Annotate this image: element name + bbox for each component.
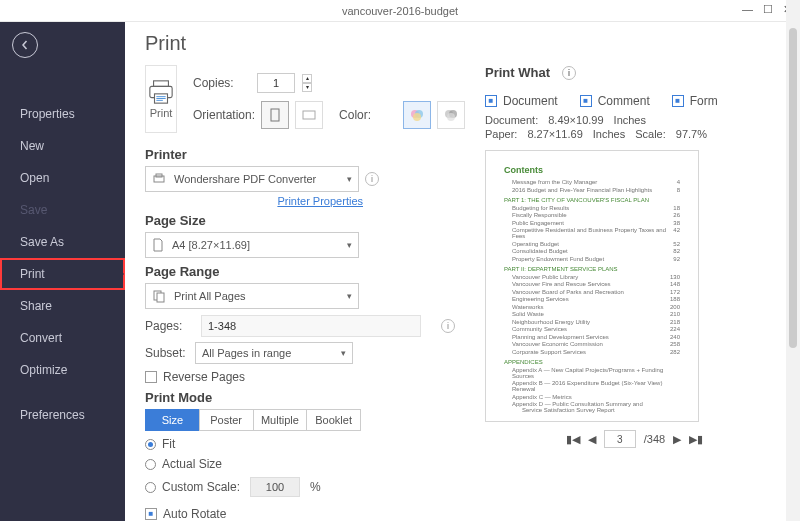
preview-section-2: PART II: DEPARTMENT SERVICE PLANS	[504, 266, 680, 272]
page-range-header: Page Range	[145, 264, 455, 279]
sidebar-item-open[interactable]: Open	[0, 162, 125, 194]
custom-scale-label: Custom Scale:	[162, 480, 240, 494]
pager-prev[interactable]: ◀	[588, 433, 596, 446]
pages-icon	[152, 289, 166, 303]
doc-dim-label: Document:	[485, 114, 538, 126]
svg-rect-17	[157, 293, 164, 302]
sidebar-item-properties[interactable]: Properties	[0, 98, 125, 130]
back-button[interactable]	[12, 32, 38, 58]
info-icon[interactable]: i	[441, 319, 455, 333]
print-what-header: Print What	[485, 65, 550, 80]
caret-down-icon: ▾	[347, 174, 352, 184]
info-icon[interactable]: i	[562, 66, 576, 80]
auto-rotate-label: Auto Rotate	[163, 507, 226, 521]
preview-section-3: APPENDICES	[504, 359, 680, 365]
sidebar-item-save: Save	[0, 194, 125, 226]
copies-label: Copies:	[193, 76, 251, 90]
print-document-checkbox[interactable]	[485, 95, 497, 107]
custom-scale-input[interactable]: 100	[250, 477, 300, 497]
caret-down-icon: ▾	[347, 240, 352, 250]
print-mode-segment: Size Poster Multiple Booklet	[145, 409, 361, 431]
copies-up[interactable]: ▴	[302, 74, 312, 83]
orientation-portrait[interactable]	[261, 101, 289, 129]
printer-header: Printer	[145, 147, 455, 162]
color-mode-grayscale[interactable]	[437, 101, 465, 129]
window-title: vancouver-2016-budget	[342, 5, 458, 17]
printer-small-icon	[152, 172, 166, 186]
sidebar-item-optimize[interactable]: Optimize	[0, 354, 125, 386]
color-icon	[409, 107, 425, 123]
preview-contents-title: Contents	[504, 165, 680, 175]
mode-size[interactable]: Size	[145, 409, 200, 431]
pager-current-input[interactable]: 3	[604, 430, 636, 448]
caret-down-icon: ▾	[347, 291, 352, 301]
pager-last[interactable]: ▶▮	[689, 433, 703, 446]
copies-input[interactable]: 1	[257, 73, 295, 93]
info-icon[interactable]: i	[365, 172, 379, 186]
print-comment-checkbox[interactable]	[580, 95, 592, 107]
subset-label: Subset:	[145, 346, 187, 360]
subset-select[interactable]: All Pages in range ▾	[195, 342, 353, 364]
auto-rotate-checkbox[interactable]	[145, 508, 157, 520]
sidebar-item-new[interactable]: New	[0, 130, 125, 162]
color-mode-color[interactable]	[403, 101, 431, 129]
paper-dim-value: 8.27×11.69	[527, 128, 582, 140]
orientation-landscape[interactable]	[295, 101, 323, 129]
print-comment-label: Comment	[598, 94, 650, 108]
pages-input[interactable]: 1-348	[201, 315, 421, 337]
mode-multiple[interactable]: Multiple	[253, 409, 308, 431]
pager-next[interactable]: ▶	[673, 433, 681, 446]
scale-value: 97.7%	[676, 128, 707, 140]
page-size-select[interactable]: A4 [8.27×11.69] ▾	[145, 232, 359, 258]
svg-point-10	[413, 113, 421, 121]
copies-value: 1	[273, 77, 279, 89]
print-tile[interactable]: Print	[145, 65, 177, 133]
mode-booklet[interactable]: Booklet	[306, 409, 361, 431]
sidebar-item-print[interactable]: Print	[0, 258, 125, 290]
inches-label: Inches	[593, 128, 625, 140]
caret-down-icon: ▾	[341, 348, 346, 358]
subset-value: All Pages in range	[202, 347, 341, 359]
sidebar: Properties New Open Save Save As Print S…	[0, 22, 125, 521]
doc-dim-value: 8.49×10.99	[548, 114, 603, 126]
preview-section-1: PART 1: THE CITY OF VANCOUVER'S FISCAL P…	[504, 197, 680, 203]
main-panel: Print Print C	[125, 22, 800, 521]
title-bar: vancouver-2016-budget — ☐ ✕	[0, 0, 800, 22]
sidebar-item-convert[interactable]: Convert	[0, 322, 125, 354]
scrollbar[interactable]	[786, 0, 800, 521]
preview-pager: ▮◀ ◀ 3 /348 ▶ ▶▮	[485, 430, 784, 448]
fit-label: Fit	[162, 437, 175, 451]
print-form-label: Form	[690, 94, 718, 108]
reverse-pages-checkbox[interactable]	[145, 371, 157, 383]
printer-properties-link[interactable]: Printer Properties	[145, 195, 363, 207]
scrollbar-thumb[interactable]	[789, 28, 797, 348]
orientation-label: Orientation:	[193, 108, 255, 122]
svg-point-13	[447, 113, 455, 121]
sidebar-item-share[interactable]: Share	[0, 290, 125, 322]
page-size-value: A4 [8.27×11.69]	[172, 239, 347, 251]
page-range-select[interactable]: Print All Pages ▾	[145, 283, 359, 309]
landscape-icon	[301, 107, 317, 123]
portrait-icon	[267, 107, 283, 123]
sidebar-item-preferences[interactable]: Preferences	[0, 399, 125, 431]
printer-icon	[146, 79, 176, 105]
inches-label: Inches	[614, 114, 646, 126]
maximize-button[interactable]: ☐	[763, 3, 773, 16]
window-controls: — ☐ ✕	[742, 3, 792, 16]
fit-radio[interactable]	[145, 439, 156, 450]
print-form-checkbox[interactable]	[672, 95, 684, 107]
mode-poster[interactable]: Poster	[199, 409, 254, 431]
pager-first[interactable]: ▮◀	[566, 433, 580, 446]
preview-pane: Contents Message from the City Manager4 …	[485, 150, 699, 422]
svg-rect-7	[303, 111, 315, 119]
print-document-label: Document	[503, 94, 558, 108]
grayscale-icon	[443, 107, 459, 123]
svg-rect-6	[271, 109, 279, 121]
chevron-left-icon	[20, 40, 30, 50]
custom-scale-radio[interactable]	[145, 482, 156, 493]
minimize-button[interactable]: —	[742, 3, 753, 16]
actual-size-radio[interactable]	[145, 459, 156, 470]
printer-select[interactable]: Wondershare PDF Converter ▾	[145, 166, 359, 192]
sidebar-item-save-as[interactable]: Save As	[0, 226, 125, 258]
copies-down[interactable]: ▾	[302, 83, 312, 92]
